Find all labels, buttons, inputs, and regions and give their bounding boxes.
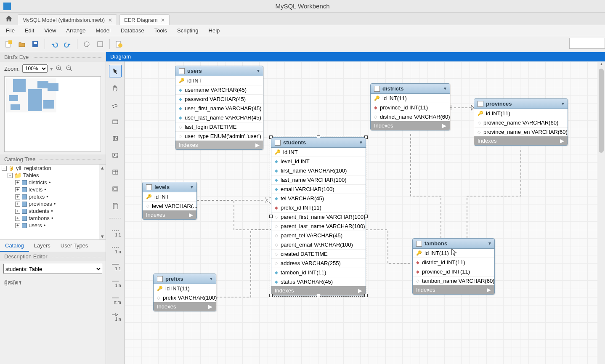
tree-toggle-icon[interactable]: + bbox=[15, 223, 20, 228]
collapse-icon[interactable]: ▼ bbox=[488, 241, 492, 246]
description-text[interactable]: ผู้สมัคร bbox=[0, 276, 106, 289]
entity-header[interactable]: districts ▼ bbox=[371, 84, 450, 94]
note-tool-icon[interactable]: N bbox=[109, 132, 122, 145]
grid-toggle-icon[interactable] bbox=[81, 38, 93, 50]
open-file-icon[interactable] bbox=[16, 38, 28, 50]
tree-item-students[interactable]: students bbox=[29, 208, 49, 214]
home-icon[interactable] bbox=[4, 14, 13, 23]
close-icon[interactable]: ✕ bbox=[161, 17, 165, 23]
collapse-icon[interactable]: ▼ bbox=[443, 86, 447, 91]
undo-icon[interactable] bbox=[48, 38, 60, 50]
tab-diagram[interactable]: EER Diagram ✕ bbox=[119, 14, 170, 25]
entity-indexes[interactable]: Indexes▶ bbox=[154, 302, 216, 311]
image-tool-icon[interactable] bbox=[109, 149, 122, 162]
tree-item-levels[interactable]: levels bbox=[29, 186, 42, 193]
entity-districts[interactable]: districts ▼ 🔑id INT(11) ◆province_id INT… bbox=[370, 83, 450, 130]
tree-toggle-icon[interactable]: + bbox=[15, 187, 20, 192]
tree-item-districts[interactable]: districts bbox=[29, 179, 47, 186]
birdseye-preview[interactable] bbox=[4, 76, 101, 152]
relation-1-1-non-tool[interactable]: 1:1 bbox=[109, 224, 122, 237]
entity-indexes[interactable]: Indexes▶ bbox=[143, 210, 196, 219]
menu-scripting[interactable]: Scripting bbox=[173, 26, 203, 35]
tree-schema-label[interactable]: yii_registration bbox=[16, 165, 51, 171]
resize-handle[interactable] bbox=[317, 294, 320, 297]
resize-handle[interactable] bbox=[269, 215, 273, 218]
tree-toggle-icon[interactable]: + bbox=[15, 194, 20, 199]
tree-item-prefixs[interactable]: prefixs bbox=[29, 194, 45, 200]
relation-1-1-tool[interactable]: 1:1 bbox=[109, 258, 122, 271]
menu-model[interactable]: Model bbox=[92, 26, 115, 35]
align-icon[interactable] bbox=[94, 38, 106, 50]
pointer-tool-icon[interactable] bbox=[109, 65, 122, 77]
entity-indexes[interactable]: Indexes▶ bbox=[371, 121, 450, 130]
entity-indexes[interactable]: Indexes▶ bbox=[474, 136, 568, 145]
menu-help[interactable]: Help bbox=[204, 26, 224, 35]
entity-header[interactable]: tambons ▼ bbox=[413, 239, 494, 249]
entity-header[interactable]: users ▼ bbox=[175, 66, 263, 76]
tree-item-provinces[interactable]: provinces bbox=[29, 201, 52, 207]
scroll-thumb[interactable] bbox=[599, 69, 604, 153]
layer-tool-icon[interactable] bbox=[109, 115, 122, 128]
menu-arrange[interactable]: Arrange bbox=[62, 26, 90, 35]
collapse-icon[interactable]: ▼ bbox=[256, 69, 260, 73]
tree-item-tambons[interactable]: tambons bbox=[29, 215, 50, 221]
relation-n-m-tool[interactable]: n:m bbox=[109, 292, 122, 304]
tree-toggle-icon[interactable]: + bbox=[15, 209, 20, 214]
validate-icon[interactable] bbox=[113, 38, 125, 50]
save-icon[interactable] bbox=[29, 38, 41, 50]
resize-handle[interactable] bbox=[364, 215, 368, 218]
menu-file[interactable]: File bbox=[2, 26, 19, 35]
toolbar-search-input[interactable] bbox=[569, 38, 605, 49]
eraser-tool-icon[interactable] bbox=[109, 98, 122, 111]
zoom-select[interactable]: 100% bbox=[22, 64, 48, 73]
tree-item-users[interactable]: users bbox=[29, 222, 42, 228]
entity-header[interactable]: students ▼ bbox=[271, 138, 366, 148]
tab-model[interactable]: MySQL Model (yiiadmission.mwb) ✕ bbox=[18, 14, 117, 25]
catalog-tab-catalog[interactable]: Catalog bbox=[0, 240, 29, 252]
entity-header[interactable]: levels ▼ bbox=[143, 182, 196, 192]
menu-database[interactable]: Database bbox=[117, 26, 149, 35]
diagram-canvas[interactable]: users ▼ 🔑id INT ◆username VARCHAR(45) ◆p… bbox=[125, 61, 597, 364]
catalog-tree[interactable]: ▴▾ −🛢yii_registration −📁Tables +district… bbox=[0, 164, 106, 240]
tree-toggle-icon[interactable]: + bbox=[15, 180, 20, 185]
relation-1-n-pick-tool[interactable]: 1:n bbox=[109, 308, 122, 321]
scroll-up-icon[interactable]: ▴ bbox=[600, 61, 602, 66]
collapse-icon[interactable]: ▼ bbox=[209, 276, 213, 281]
collapse-icon[interactable]: ▼ bbox=[359, 140, 363, 145]
entity-indexes[interactable]: Indexes▶ bbox=[413, 285, 494, 294]
redo-icon[interactable] bbox=[62, 38, 74, 50]
entity-levels[interactable]: levels ▼ 🔑id INT ◇level VARCHAR(... Inde… bbox=[142, 182, 197, 220]
tree-toggle-icon[interactable]: + bbox=[15, 202, 20, 207]
entity-provinces[interactable]: provinces ▼ 🔑id INT(11) ◇province_name V… bbox=[474, 98, 568, 146]
catalog-scrollbar[interactable]: ▴▾ bbox=[99, 165, 106, 239]
tree-toggle-icon[interactable]: + bbox=[15, 216, 20, 221]
hand-tool-icon[interactable] bbox=[109, 82, 122, 94]
zoom-in-icon[interactable] bbox=[56, 65, 63, 72]
close-icon[interactable]: ✕ bbox=[108, 17, 112, 23]
canvas-vertical-scrollbar[interactable]: ▴ bbox=[597, 61, 605, 364]
table-tool-icon[interactable] bbox=[109, 166, 122, 178]
menu-edit[interactable]: Edit bbox=[21, 26, 38, 35]
view-tool-icon[interactable] bbox=[109, 183, 122, 195]
menu-tools[interactable]: Tools bbox=[150, 26, 171, 35]
entity-indexes[interactable]: Indexes▶ bbox=[175, 141, 263, 149]
relation-1-n-tool[interactable]: 1:n bbox=[109, 275, 122, 287]
entity-tambons[interactable]: tambons ▼ 🔑id INT(11) ◆district_id INT(1… bbox=[412, 238, 495, 295]
entity-header[interactable]: provinces ▼ bbox=[474, 99, 568, 109]
routine-tool-icon[interactable] bbox=[109, 199, 122, 212]
entity-users[interactable]: users ▼ 🔑id INT ◆username VARCHAR(45) ◆p… bbox=[175, 66, 263, 150]
zoom-dropdown-icon[interactable]: ▾ bbox=[50, 66, 53, 72]
catalog-tab-layers[interactable]: Layers bbox=[29, 240, 56, 252]
entity-students[interactable]: students ▼ 🔑id INT ◆level_id INT ◆first_… bbox=[271, 137, 366, 295]
relation-1-n-non-tool[interactable]: 1:n bbox=[109, 241, 122, 254]
entity-prefixs[interactable]: prefixs ▼ 🔑id INT(11) ◇prefix VARCHAR(10… bbox=[153, 274, 216, 311]
resize-handle[interactable] bbox=[364, 294, 368, 297]
resize-handle[interactable] bbox=[269, 294, 273, 297]
zoom-out-icon[interactable] bbox=[66, 65, 73, 72]
tree-toggle-icon[interactable]: − bbox=[8, 173, 13, 178]
menu-view[interactable]: View bbox=[40, 26, 60, 35]
collapse-icon[interactable]: ▼ bbox=[561, 101, 565, 106]
tree-tables-label[interactable]: Tables bbox=[23, 172, 39, 178]
catalog-tab-usertypes[interactable]: User Types bbox=[56, 240, 93, 252]
collapse-icon[interactable]: ▼ bbox=[190, 185, 194, 189]
